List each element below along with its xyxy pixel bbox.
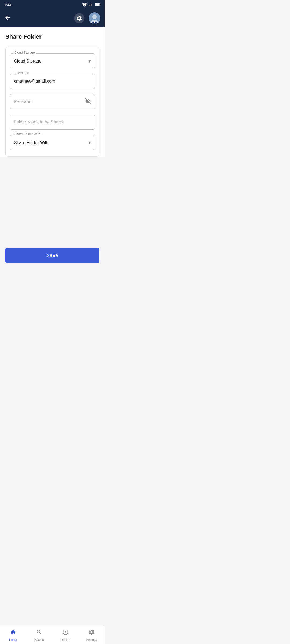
password-input[interactable] — [10, 94, 95, 109]
svg-rect-2 — [91, 4, 91, 6]
share-folder-with-label: Share Folder With — [13, 132, 41, 136]
cloud-storage-select[interactable]: Cloud Storage — [10, 53, 95, 68]
battery-icon — [95, 3, 100, 7]
cloud-storage-field: Cloud Storage Cloud Storage ▾ — [10, 53, 95, 68]
status-time: 1:44 — [4, 3, 11, 7]
username-input[interactable] — [10, 74, 95, 89]
status-bar: 1:44 — [0, 0, 105, 10]
app-bar — [0, 10, 105, 27]
save-button[interactable]: Save — [5, 248, 99, 263]
avatar[interactable] — [89, 12, 100, 24]
status-icons — [82, 3, 100, 7]
page-content: Share Folder Cloud Storage Cloud Storage… — [0, 27, 105, 157]
svg-rect-5 — [95, 4, 99, 6]
svg-point-8 — [92, 14, 97, 19]
folder-name-input[interactable] — [10, 115, 95, 130]
wifi-icon — [82, 3, 87, 7]
share-folder-with-select[interactable]: Share Folder With — [10, 135, 95, 150]
eye-off-icon[interactable] — [85, 98, 91, 105]
username-field: Username — [10, 74, 95, 89]
back-button[interactable] — [4, 14, 11, 22]
cloud-storage-label: Cloud Storage — [13, 51, 36, 54]
password-field — [10, 94, 95, 109]
save-section: Save — [0, 248, 105, 267]
folder-name-field — [10, 115, 95, 130]
svg-rect-3 — [92, 3, 92, 6]
form-card: Cloud Storage Cloud Storage ▾ Username — [5, 47, 99, 157]
page-title: Share Folder — [5, 33, 99, 40]
share-folder-with-field: Share Folder With Share Folder With ▾ — [10, 135, 95, 150]
svg-rect-0 — [89, 5, 89, 6]
svg-rect-1 — [90, 5, 90, 6]
time-display: 1:44 — [4, 3, 11, 7]
signal-icon — [89, 3, 93, 7]
body-background — [0, 162, 105, 248]
username-label: Username — [13, 71, 30, 75]
svg-rect-6 — [100, 4, 100, 5]
app-bar-actions — [74, 12, 100, 24]
gear-icon[interactable] — [74, 13, 84, 23]
